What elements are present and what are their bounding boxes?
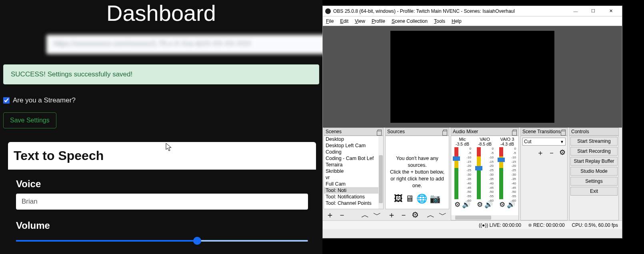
transition-selected: Cut bbox=[524, 139, 532, 144]
controls-title: Controls bbox=[571, 129, 589, 134]
controls-start-replay-buffer-button[interactable]: Start Replay Buffer bbox=[570, 157, 618, 166]
channel-fader[interactable] bbox=[453, 156, 460, 161]
obs-titlebar[interactable]: OBS 25.0.8 (64-bit, windows) - Profile: … bbox=[323, 6, 622, 16]
menu-view[interactable]: View bbox=[355, 18, 365, 24]
menu-edit[interactable]: Edit bbox=[340, 18, 348, 24]
scene-item[interactable]: Terraira bbox=[324, 162, 383, 168]
display-source-icon: 🖥 bbox=[405, 193, 414, 205]
sources-empty-line: You don't have any sources. bbox=[388, 155, 446, 169]
menu-profile[interactable]: Profile bbox=[372, 18, 385, 24]
scene-add-button[interactable]: ＋ bbox=[326, 211, 334, 219]
scene-item[interactable]: Tool: Channel Points bbox=[324, 200, 383, 206]
streamer-checkbox-row[interactable]: Are you a Streamer? bbox=[3, 96, 322, 104]
scene-down-button[interactable]: ﹀ bbox=[373, 211, 381, 219]
dashboard-app: Dashboard https://xxxxxxxxxx.com/xxxxxx/… bbox=[0, 0, 322, 254]
channel-fader[interactable] bbox=[475, 166, 482, 170]
controls-dock: Controls Start StreamingStart RecordingS… bbox=[569, 128, 619, 220]
sources-title: Sources bbox=[387, 129, 405, 134]
transition-add-button[interactable]: ＋ bbox=[537, 148, 544, 158]
status-cpu: CPU: 0.5%, 60.00 fps bbox=[572, 222, 618, 228]
tts-heading: Text to Speech bbox=[8, 142, 316, 170]
mixer-body[interactable]: Mic -3.5 dB 0-5-10-15-20-25-30-35-40-45-… bbox=[451, 136, 519, 220]
scene-item[interactable]: Coding - Cam Bot Lef bbox=[324, 155, 383, 162]
scene-item[interactable]: Desktop Left Cam bbox=[324, 142, 383, 149]
scenes-dock: Scenes DesktopDesktop Left CamCodingCodi… bbox=[324, 128, 384, 220]
channel-db: -4.3 dB bbox=[497, 142, 518, 146]
source-settings-button[interactable]: ⚙ bbox=[412, 211, 419, 219]
scene-item[interactable]: Tool: Noti bbox=[324, 187, 383, 194]
scene-item[interactable]: Skribble bbox=[324, 168, 383, 174]
mixer-scrollbar[interactable] bbox=[451, 215, 518, 220]
channel-gear-icon[interactable]: ⚙ bbox=[454, 201, 460, 208]
volume-slider[interactable] bbox=[16, 240, 308, 242]
mixer-channel[interactable]: VAIO -8.5 dB 0-5-10-15-20-25-30-35-40-45… bbox=[474, 137, 495, 199]
controls-exit-button[interactable]: Exit bbox=[570, 187, 618, 196]
source-down-button[interactable]: ﹀ bbox=[439, 211, 447, 219]
transition-settings-button[interactable]: ⚙ bbox=[559, 148, 566, 158]
mixer-channel[interactable]: Mic -3.5 dB 0-5-10-15-20-25-30-35-40-45-… bbox=[452, 137, 473, 199]
close-button[interactable]: ✕ bbox=[602, 6, 620, 16]
sources-empty[interactable]: You don't have any sources. Click the + … bbox=[385, 136, 449, 209]
mixer-title: Audio Mixer bbox=[453, 129, 478, 134]
transition-select[interactable]: Cut ▼ bbox=[522, 138, 566, 146]
source-add-button[interactable]: ＋ bbox=[388, 211, 396, 219]
streamer-checkbox[interactable] bbox=[3, 97, 10, 104]
page-title: Dashboard bbox=[0, 0, 322, 26]
channel-meter[interactable]: 0-5-10-15-20-25-30-35-40-45-50-55-60 bbox=[454, 147, 471, 199]
transition-remove-button[interactable]: － bbox=[548, 148, 555, 158]
scenes-title: Scenes bbox=[326, 129, 342, 134]
minimize-button[interactable]: — bbox=[567, 6, 584, 16]
voice-select[interactable]: Brian bbox=[16, 194, 308, 210]
save-settings-button[interactable]: Save Settings bbox=[3, 112, 56, 128]
transitions-dock: Scene Transitions Cut ▼ ＋ － ⚙ bbox=[520, 128, 568, 220]
scene-item[interactable]: Full Cam bbox=[324, 181, 383, 187]
source-up-button[interactable]: ︿ bbox=[427, 211, 435, 219]
controls-start-streaming-button[interactable]: Start Streaming bbox=[570, 137, 618, 146]
status-live: LIVE: 00:00:00 bbox=[489, 222, 521, 228]
sources-dock: Sources You don't have any sources. Clic… bbox=[385, 128, 449, 220]
scene-item[interactable]: Desktop bbox=[324, 136, 383, 142]
channel-name: Mic bbox=[452, 137, 473, 142]
channel-db: -8.5 dB bbox=[474, 142, 495, 146]
tts-card: Text to Speech Voice Brian Volume bbox=[8, 142, 316, 242]
controls-studio-mode-button[interactable]: Studio Mode bbox=[570, 167, 618, 176]
scene-remove-button[interactable]: － bbox=[338, 211, 346, 219]
popout-icon[interactable] bbox=[378, 130, 382, 134]
volume-label: Volume bbox=[16, 220, 308, 231]
channel-gear-icon[interactable]: ⚙ bbox=[499, 201, 505, 208]
channel-meter[interactable]: 0-5-10-15-20-25-30-35-40-45-50-55-60 bbox=[498, 147, 516, 199]
controls-start-recording-button[interactable]: Start Recording bbox=[570, 147, 618, 156]
scene-item[interactable]: Coding bbox=[324, 149, 383, 155]
popout-icon[interactable] bbox=[443, 130, 447, 134]
browser-source-icon: 🌐 bbox=[416, 193, 427, 205]
controls-settings-button[interactable]: Settings bbox=[570, 177, 618, 186]
obs-window: OBS 25.0.8 (64-bit, windows) - Profile: … bbox=[322, 6, 622, 238]
mixer-channel[interactable]: VAIO 3 -4.3 dB 0-5-10-15-20-25-30-35-40-… bbox=[497, 137, 518, 199]
volume-slider-thumb[interactable] bbox=[193, 237, 201, 245]
scene-up-button[interactable]: ︿ bbox=[361, 211, 369, 219]
source-remove-button[interactable]: － bbox=[400, 211, 408, 219]
maximize-button[interactable]: ☐ bbox=[584, 6, 602, 16]
obs-window-title: OBS 25.0.8 (64-bit, windows) - Profile: … bbox=[333, 8, 567, 14]
obs-preview-area[interactable] bbox=[323, 26, 622, 128]
audio-mixer-dock: Audio Mixer Mic -3.5 dB 0-5-10-15-20-25-… bbox=[451, 128, 519, 220]
scene-item[interactable]: Tool: Notifications bbox=[324, 194, 383, 200]
channel-fader[interactable] bbox=[498, 158, 505, 162]
scenes-scrollbar[interactable] bbox=[378, 136, 383, 209]
menu-tools[interactable]: Tools bbox=[434, 18, 445, 24]
menu-scene-collection[interactable]: Scene Collection bbox=[392, 18, 428, 24]
menu-help[interactable]: Help bbox=[452, 18, 462, 24]
obs-preview-canvas[interactable] bbox=[390, 31, 554, 123]
streamer-label: Are you a Streamer? bbox=[13, 96, 76, 104]
channel-gear-icon[interactable]: ⚙ bbox=[477, 201, 483, 208]
channel-meter[interactable]: 0-5-10-15-20-25-30-35-40-45-50-55-60 bbox=[476, 147, 494, 199]
record-dot-icon bbox=[528, 224, 532, 227]
transitions-title: Scene Transitions bbox=[522, 129, 560, 134]
obs-statusbar: ((●)) LIVE: 00:00:00 REC: 00:00:00 CPU: … bbox=[323, 220, 622, 229]
scenes-list[interactable]: DesktopDesktop Left CamCodingCoding - Ca… bbox=[324, 136, 384, 209]
broadcast-icon: ((●)) bbox=[479, 222, 488, 228]
popout-icon[interactable] bbox=[562, 130, 566, 134]
menu-file[interactable]: File bbox=[326, 18, 334, 24]
popout-icon[interactable] bbox=[513, 130, 517, 134]
scene-item[interactable]: vr bbox=[324, 174, 383, 181]
